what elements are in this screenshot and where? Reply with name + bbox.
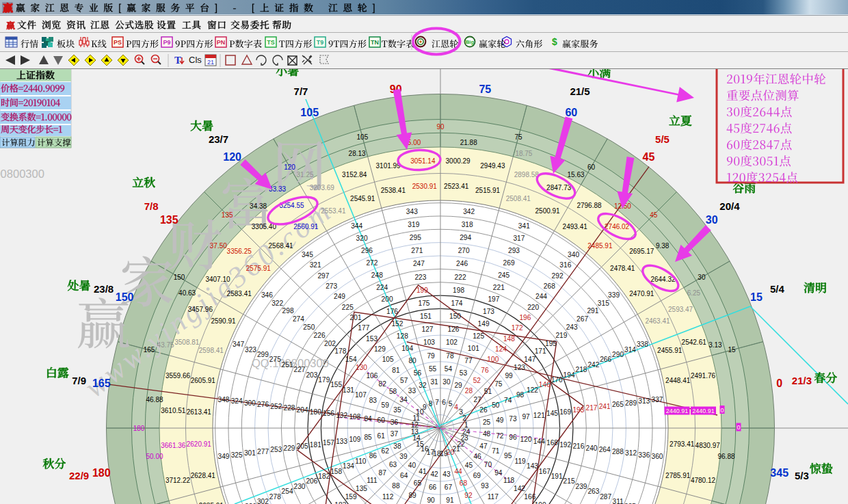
svg-text:2628.41: 2628.41 [191,472,216,479]
svg-text:TS: TS [267,39,275,46]
svg-text:28.13: 28.13 [349,150,366,157]
svg-text:76: 76 [481,367,489,374]
svg-text:151: 151 [420,313,432,320]
svg-text:15.63: 15.63 [567,171,584,178]
svg-text:33: 33 [408,387,416,395]
svg-text:254: 254 [282,488,293,495]
svg-text:315: 315 [598,300,609,307]
svg-text:6.25: 6.25 [687,289,701,297]
svg-text:65: 65 [414,479,422,487]
svg-text:263: 263 [587,488,599,495]
svg-text:264: 264 [599,446,611,453]
svg-text:2448.41: 2448.41 [665,377,691,384]
svg-text:196: 196 [519,314,531,321]
svg-text:91: 91 [446,496,454,504]
svg-text:2695.17: 2695.17 [629,248,654,255]
svg-text:291: 291 [587,307,598,315]
svg-text:338: 338 [637,341,648,348]
svg-text:249: 249 [334,293,345,300]
svg-text:3051.14: 3051.14 [410,157,436,165]
svg-text:2545.91: 2545.91 [350,195,375,202]
svg-text:2440.91: 2440.91 [692,408,715,414]
svg-text:296: 296 [361,247,373,254]
svg-text:3: 3 [459,408,463,416]
svg-text:50: 50 [492,401,500,409]
svg-text:32: 32 [419,382,427,389]
svg-text:81: 81 [392,367,400,374]
svg-text:84: 84 [364,415,372,423]
svg-text:106: 106 [366,372,377,380]
svg-text:53: 53 [460,369,468,377]
svg-text:37: 37 [390,430,399,438]
svg-text:90: 90 [436,123,445,131]
svg-text:38: 38 [393,442,401,450]
svg-text:143: 143 [527,462,538,470]
svg-text:44: 44 [454,468,462,475]
svg-text:298: 298 [282,307,294,315]
svg-text:181: 181 [310,441,321,449]
svg-text:63: 63 [389,461,397,468]
svg-text:98: 98 [516,391,525,399]
svg-text:2796.88: 2796.88 [577,202,602,209]
svg-text:244: 244 [535,293,547,300]
svg-text:46.88: 46.88 [146,396,163,403]
svg-text:2575.91: 2575.91 [246,265,271,272]
svg-text:120: 120 [520,436,532,443]
svg-text:169: 169 [559,408,571,416]
svg-text:21: 21 [207,59,214,66]
svg-text:40.63: 40.63 [178,289,196,297]
svg-text:46: 46 [473,453,481,460]
svg-text:133: 133 [336,438,347,445]
svg-text:170: 170 [551,376,563,384]
svg-text:121: 121 [533,412,545,419]
svg-text:5: 5 [449,400,453,408]
svg-text:2455.91: 2455.91 [657,347,683,354]
svg-text:101: 101 [468,345,479,352]
svg-text:276: 276 [257,401,269,408]
svg-text:118: 118 [503,477,515,484]
svg-text:3000.29: 3000.29 [446,157,471,165]
svg-text:2746.02: 2746.02 [605,223,630,230]
svg-text:221: 221 [493,284,505,291]
svg-text:57: 57 [400,377,408,384]
svg-text:337: 337 [652,396,663,403]
svg-text:72: 72 [496,432,504,440]
svg-text:34.38: 34.38 [250,202,267,210]
svg-text:349: 349 [218,453,230,460]
svg-text:107: 107 [355,391,367,399]
svg-text:4780.12: 4780.12 [691,477,716,484]
svg-text:52: 52 [473,377,481,384]
svg-text:48: 48 [483,430,491,438]
svg-text:70: 70 [484,461,492,468]
svg-text:0: 0 [720,407,724,414]
svg-text:93: 93 [481,482,489,490]
svg-text:75: 75 [494,380,503,388]
svg-text:2898.58: 2898.58 [514,171,540,178]
svg-text:197: 197 [488,295,499,303]
svg-text:198: 198 [453,287,464,294]
svg-text:223: 223 [414,274,426,281]
svg-text:150: 150 [449,313,461,320]
svg-text:2478.41: 2478.41 [610,265,635,272]
svg-text:68: 68 [460,479,468,487]
svg-text:155: 155 [330,381,342,388]
svg-text:274: 274 [293,315,304,323]
svg-text:2598.41: 2598.41 [199,347,224,354]
svg-text:109: 109 [349,436,360,443]
svg-text:71: 71 [492,447,500,455]
svg-text:174: 174 [451,300,463,307]
svg-text:190: 190 [535,501,546,504]
svg-text:203: 203 [306,371,317,379]
svg-text:86: 86 [369,452,377,460]
svg-text:301: 301 [244,449,256,457]
svg-text:271: 271 [411,247,423,254]
svg-text:191: 191 [551,473,563,480]
svg-text:250: 250 [303,323,315,331]
svg-text:126: 126 [448,326,460,333]
svg-text:2470.91: 2470.91 [629,290,654,297]
svg-text:82: 82 [379,380,387,388]
svg-text:268: 268 [544,282,555,290]
svg-text:339: 339 [608,291,620,299]
svg-text:85: 85 [364,434,372,441]
svg-text:45: 45 [650,211,658,219]
